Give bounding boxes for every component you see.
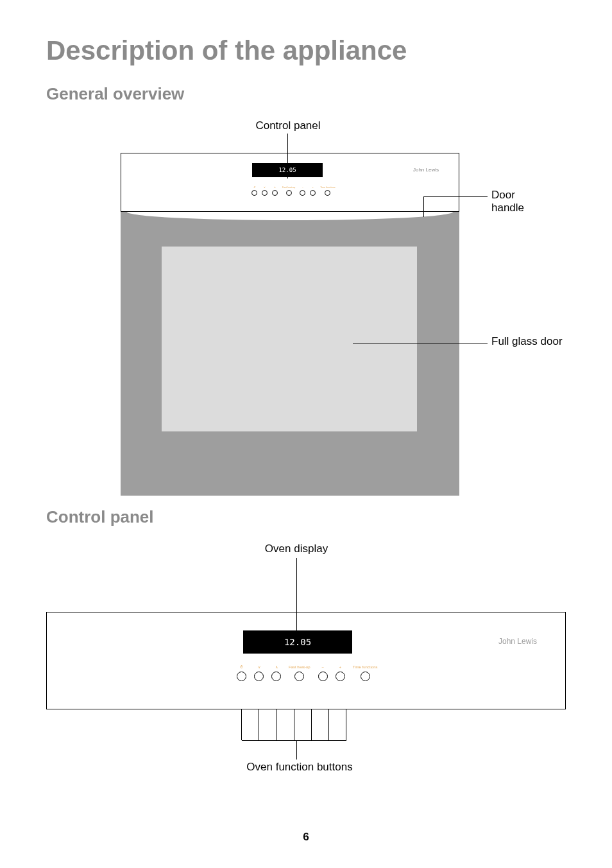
btn-lbl: ⏱ — [253, 186, 256, 189]
btn-lbl: − — [321, 665, 324, 670]
oven-button — [262, 190, 268, 196]
callout-line — [423, 196, 424, 217]
btn-lbl: Fast heat-up — [282, 186, 295, 189]
oven-display: 12.05 — [243, 630, 352, 654]
label-control-panel: Control panel — [253, 119, 323, 132]
brand-label: John Lewis — [413, 167, 439, 173]
btn-lbl: + — [312, 186, 314, 189]
btn-lbl: − — [302, 186, 303, 189]
btn-lbl: Fast heat-up — [289, 665, 310, 670]
oven-button — [286, 190, 292, 196]
clock-button — [237, 672, 246, 681]
brand-label: John Lewis — [498, 637, 537, 646]
btn-lbl: Time functions — [320, 186, 335, 189]
label-door-handle: Door handle — [491, 189, 524, 214]
page-title: Description of the appliance — [46, 35, 566, 66]
oven-control-panel: 12.05 John Lewis ⏱ ∨ ∧ Fast heat-up − + … — [121, 153, 459, 212]
btn-lbl: ∨ — [264, 186, 266, 189]
overview-diagram: Control panel 12.05 John Lewis ⏱ ∨ ∧ Fas… — [46, 119, 566, 498]
label-text: handle — [491, 202, 524, 214]
section-general-overview: General overview — [46, 84, 566, 104]
oven-buttons-small: ⏱ ∨ ∧ Fast heat-up − + Time functions — [251, 186, 335, 196]
oven-button — [310, 190, 316, 196]
btn-lbl: ∧ — [274, 186, 276, 189]
oven-button — [325, 190, 330, 196]
label-oven-function-buttons: Oven function buttons — [232, 761, 367, 774]
time-functions-button — [361, 672, 370, 681]
btn-lbl: ∨ — [258, 665, 260, 670]
minus-button — [318, 672, 328, 681]
oven-button — [300, 190, 305, 196]
oven-display-small: 12.05 — [252, 163, 323, 177]
btn-lbl: Time functions — [353, 665, 378, 670]
down-button — [254, 672, 264, 681]
full-glass-door — [162, 247, 417, 431]
label-oven-display: Oven display — [258, 542, 335, 555]
callout-line — [242, 740, 346, 741]
section-control-panel: Control panel — [46, 507, 566, 527]
callout-line — [353, 343, 488, 343]
up-button — [271, 672, 281, 681]
control-panel-diagram: Oven display 12.05 John Lewis ⏱ ∨ ∧ Fast… — [46, 542, 566, 767]
callout-line — [296, 740, 297, 759]
oven-button — [251, 190, 257, 196]
callout-line — [423, 196, 488, 197]
page-number: 6 — [0, 831, 612, 844]
btn-lbl: ∧ — [275, 665, 278, 670]
label-full-glass: Full glass door — [491, 335, 563, 348]
oven-button — [272, 190, 278, 196]
btn-lbl: + — [339, 665, 341, 670]
plus-button — [336, 672, 345, 681]
label-text: Door — [491, 189, 515, 201]
oven-function-buttons: ⏱ ∨ ∧ Fast heat-up − + Time functions — [237, 665, 377, 681]
fast-heatup-button — [294, 672, 304, 681]
btn-lbl: ⏱ — [240, 665, 244, 670]
control-panel-frame: 12.05 John Lewis ⏱ ∨ ∧ Fast heat-up − + … — [46, 612, 566, 709]
